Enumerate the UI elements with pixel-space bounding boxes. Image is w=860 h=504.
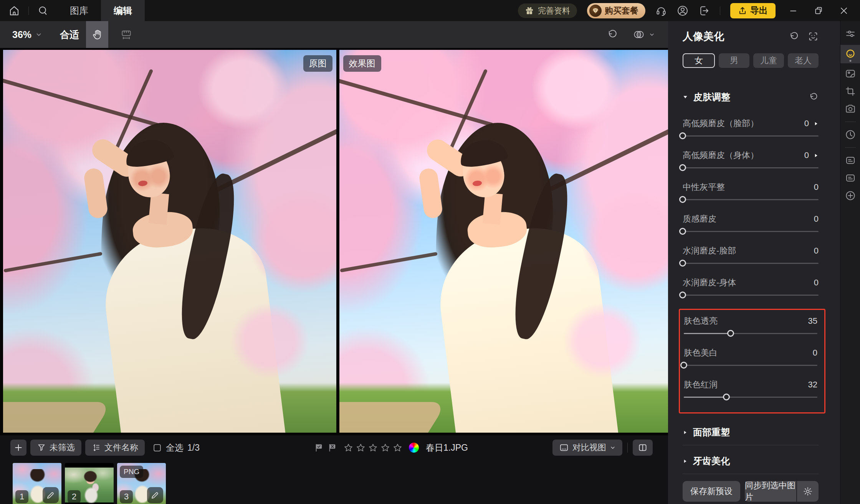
original-image-view[interactable]: 原图 [3,50,336,433]
tab-edit[interactable]: 编辑 [101,0,145,21]
select-all-control[interactable]: 全选 1/3 [152,442,200,454]
result-image-view[interactable]: 效果图 [339,50,668,433]
color-label-button[interactable] [409,443,419,453]
slider-track[interactable] [683,291,819,299]
undo-button[interactable] [607,29,618,40]
fit-button[interactable]: 合适 [60,28,79,41]
slider-knob[interactable] [679,196,686,203]
compare-mode-dropdown[interactable] [633,28,655,41]
slider-track[interactable] [684,329,817,337]
face-reshape-section[interactable]: 面部重塑 [683,426,819,445]
image-edit-tool[interactable] [840,67,860,80]
export-button[interactable]: 导出 [730,3,776,18]
compare-view-dropdown[interactable]: 对比视图 [552,440,622,456]
slider-row: 肤色红润 32 [684,379,817,401]
slider-knob[interactable] [723,394,730,400]
slider-knob[interactable] [679,260,686,267]
tab-male[interactable]: 男 [719,53,749,68]
skin-section-header[interactable]: 皮肤调整 [683,91,819,103]
adjustments-tool[interactable] [840,27,860,40]
chevron-down-icon [649,31,655,38]
preset-card-tool-2[interactable] [840,171,860,184]
add-image-button[interactable] [10,440,26,456]
account-button[interactable] [677,5,688,16]
slider-value: 0 [814,278,819,288]
save-preset-button[interactable]: 保存新预设 [683,481,740,502]
star-icon[interactable] [343,443,354,453]
teeth-beautify-section[interactable]: 牙齿美化 [683,455,819,474]
thumbnail-2[interactable]: 2 [65,463,114,504]
slider-track[interactable] [683,259,819,267]
skin-section-title: 皮肤调整 [693,91,730,103]
reset-all-button[interactable] [789,31,799,42]
slider-knob[interactable] [679,228,686,235]
slider-row: 高低频磨皮（身体） 0 [683,150,819,171]
gear-icon [803,486,813,496]
thumbnail-3[interactable]: PNG 3 [117,463,166,504]
tab-elder-label: 老人 [795,55,812,66]
camera-tool[interactable] [840,102,860,115]
buy-plan-button[interactable]: 购买套餐 [587,3,645,18]
slider-knob[interactable] [679,132,686,139]
star-icon[interactable] [380,443,390,453]
portrait-beautify-tool[interactable] [840,45,860,63]
slider-track[interactable] [683,227,819,235]
complete-profile-button[interactable]: 完善资料 [518,3,577,18]
tab-gallery[interactable]: 图库 [57,0,101,21]
slider-label: 水润磨皮-脸部 [683,245,814,257]
thumbnail-1-index: 1 [20,492,24,502]
slider-track[interactable] [683,132,819,140]
flag-reject-button[interactable] [327,443,338,453]
home-button[interactable] [0,0,28,21]
ruler-tool-button[interactable] [115,21,137,48]
filter-button[interactable]: 未筛选 [30,440,81,456]
tab-female[interactable]: 女 [683,53,715,68]
slider-row: 水润磨皮-脸部 0 [683,245,819,267]
support-button[interactable] [655,5,667,16]
funnel-icon [37,443,46,452]
star-icon[interactable] [392,443,403,453]
edited-badge [147,487,163,503]
skin-reset-button[interactable] [809,92,819,102]
expand-right-icon[interactable] [814,121,819,126]
zoom-level-dropdown[interactable]: 36% [12,29,42,40]
slider-knob[interactable] [679,164,686,171]
star-icon[interactable] [368,443,378,453]
thumbnail-1[interactable]: 1 [13,463,61,504]
split-view-button[interactable] [633,440,653,456]
preset-card-tool[interactable] [840,154,860,167]
slider-track[interactable] [684,361,817,369]
sync-settings-button[interactable] [797,481,819,502]
tab-female-label: 女 [695,55,703,66]
star-rating[interactable] [343,443,403,453]
slider-value: 0 [813,348,817,358]
history-tool[interactable] [840,128,860,141]
slider-track[interactable] [683,196,819,203]
face-detect-button[interactable] [808,31,819,42]
add-tool[interactable] [840,189,860,202]
slider-track[interactable] [683,164,819,171]
maximize-button[interactable] [811,3,826,18]
tab-child[interactable]: 儿童 [753,53,784,68]
slider-knob[interactable] [680,362,687,369]
hand-tool-button[interactable] [86,21,108,48]
sort-button[interactable]: 文件名称 [85,440,145,456]
expand-right-icon[interactable] [814,153,819,158]
logout-button[interactable] [698,5,710,16]
crop-tool[interactable] [840,85,860,98]
sync-to-selected-button[interactable]: 同步到选中图片 [745,481,796,502]
slider-knob[interactable] [679,292,686,298]
slider-track[interactable] [684,393,817,401]
tab-elder[interactable]: 老人 [788,53,819,68]
search-button[interactable] [29,0,57,21]
complete-profile-label: 完善资料 [538,5,570,16]
close-button[interactable] [836,3,852,18]
photo-original [3,50,336,433]
star-icon[interactable] [356,443,366,453]
slider-knob[interactable] [727,330,734,337]
headset-icon [655,5,667,16]
minimize-button[interactable] [786,3,801,18]
photo-branch [3,252,103,272]
highlighted-sliders-box: 肤色透亮 35 肤色美白 0 肤色红润 [679,309,825,413]
flag-pick-button[interactable] [314,443,324,453]
